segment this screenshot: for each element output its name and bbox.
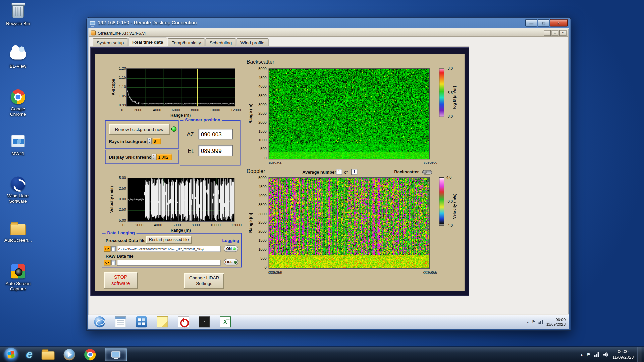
- tab-real-time-data[interactable]: Real time data: [128, 37, 167, 46]
- remote-notes-icon[interactable]: [157, 316, 168, 327]
- remote-network-icon[interactable]: [538, 320, 543, 324]
- remote-power-icon[interactable]: [178, 316, 189, 327]
- spin-up-icon[interactable]: ▲: [152, 154, 156, 157]
- remote-flag-icon[interactable]: ⚑: [532, 319, 536, 325]
- axis-tick: 3000: [258, 212, 267, 216]
- minimize-button[interactable]: —: [525, 19, 537, 27]
- taskbar-clock[interactable]: 06:00 11/09/2023: [612, 349, 634, 360]
- axis-tick: 500: [260, 147, 266, 151]
- tab-system-setup[interactable]: System setup: [93, 38, 128, 46]
- rdp-titlebar[interactable]: 192.168.0.150 - Remote Desktop Connectio…: [87, 18, 570, 28]
- backscatter-display-toggle[interactable]: [422, 170, 432, 174]
- maximize-button[interactable]: □: [538, 19, 550, 27]
- remote-desktop-icon: [111, 351, 120, 357]
- stop-software-button[interactable]: STOPsoftware: [104, 272, 138, 289]
- app-maximize-button[interactable]: □: [551, 30, 558, 36]
- desktop-icon-bl-view[interactable]: BL-View: [0, 46, 36, 69]
- renew-background-button[interactable]: Renew background now: [109, 124, 169, 135]
- desktop-icon-autoscreen[interactable]: AutoScreen...: [0, 220, 36, 243]
- raw-logging-toggle[interactable]: OFF: [224, 259, 238, 266]
- desktop-icon-recycle-bin[interactable]: Recycle Bin: [0, 3, 36, 26]
- close-button[interactable]: ×: [550, 19, 568, 27]
- axis-tick: 10000: [210, 223, 221, 227]
- rdp-taskbar-button[interactable]: [105, 348, 127, 361]
- internet-explorer-icon[interactable]: e: [26, 349, 32, 360]
- tab-temp-humidity[interactable]: Temp/humidity: [168, 38, 205, 46]
- desktop-icon-auto-screen-capture[interactable]: Auto Screen Capture: [0, 263, 36, 292]
- folder-icon: [10, 220, 26, 236]
- scanner-position-group: Scanner position AZ 090.003 EL 089.999: [180, 120, 240, 166]
- show-desktop-button[interactable]: [637, 347, 641, 362]
- bl-view-icon: [10, 46, 26, 62]
- tab-wind-profile[interactable]: Wind profile: [236, 38, 269, 46]
- remote-cmd-icon[interactable]: C:\: [199, 316, 210, 327]
- ascope-canvas[interactable]: [127, 69, 235, 106]
- desktop-icon-google-chrome[interactable]: Google Chrome: [0, 88, 36, 117]
- speaker-icon[interactable]: [603, 352, 609, 357]
- el-value-field[interactable]: 089.999: [198, 145, 233, 156]
- velocity-x-axis-label: Range (m): [128, 228, 234, 232]
- rays-value-field[interactable]: 8: [152, 138, 161, 144]
- ascope-plot[interactable]: [126, 68, 235, 106]
- tray-expand-icon[interactable]: ▴: [581, 352, 583, 357]
- app-close-button[interactable]: ×: [559, 30, 567, 36]
- explorer-folder-icon[interactable]: [42, 351, 55, 360]
- snr-spinner[interactable]: ▲ ▼: [152, 154, 156, 160]
- app-titlebar[interactable]: StreamLine XR v14-6.vi — □ ×: [89, 29, 568, 37]
- tab-scheduling[interactable]: Scheduling: [205, 38, 236, 46]
- raw-path-field[interactable]: [117, 260, 221, 266]
- app-minimize-button[interactable]: —: [544, 30, 551, 36]
- processed-path-field[interactable]: C:\Lidar\Data\Proc\2023\202309\20230911\…: [117, 246, 221, 252]
- vi-frame: A-scope 1.201.151.101.050.99 02000400060…: [90, 47, 469, 296]
- axis-tick: -2.50: [118, 208, 126, 212]
- axis-tick: 2000: [258, 120, 267, 124]
- desktop-icon-wind-lidar[interactable]: Wind Lidar Software: [0, 176, 36, 204]
- desktop-icon-mw41[interactable]: MW41: [0, 133, 36, 156]
- backscatter-section-title: Backscatter: [247, 59, 274, 65]
- axis-tick: 4000: [258, 194, 267, 198]
- wind-lidar-icon: [10, 176, 26, 192]
- processed-logging-toggle[interactable]: ON: [224, 245, 238, 252]
- raw-drive-selector[interactable]: C▼: [104, 260, 111, 265]
- action-center-flag-icon[interactable]: ⚑: [586, 352, 591, 357]
- on-led-icon: [233, 247, 236, 250]
- change-lidar-settings-button[interactable]: Change LiDARSettings: [184, 273, 224, 289]
- processed-drive-selector[interactable]: C▼: [104, 246, 111, 251]
- axis-tick: 2000: [134, 108, 142, 112]
- remote-browser-icon[interactable]: [94, 316, 105, 327]
- network-icon[interactable]: [594, 352, 600, 357]
- snr-value-field[interactable]: 1.002: [157, 154, 172, 160]
- average-total-field[interactable]: 1: [351, 169, 357, 175]
- backscatter-toggle-label: Backscatter: [394, 169, 419, 174]
- desktop-icon-label: MW41: [11, 150, 24, 156]
- backscatter-heatmap: [269, 68, 430, 159]
- az-value-field[interactable]: 090.003: [198, 129, 233, 139]
- velocity-canvas: [128, 178, 234, 221]
- velocity-plot: [128, 178, 234, 222]
- spin-up-icon[interactable]: ▲: [148, 138, 151, 141]
- media-player-icon[interactable]: [64, 349, 75, 360]
- remote-clock[interactable]: 06:00 11/09/2023: [546, 317, 566, 327]
- axis-tick: 12000: [231, 108, 241, 112]
- axis-tick: 0: [121, 108, 123, 112]
- processed-data-file-label: Processed Data file: [106, 238, 146, 243]
- axis-tick: 4500: [258, 76, 267, 80]
- spin-down-icon[interactable]: ▼: [152, 157, 156, 160]
- chrome-taskbar-icon[interactable]: [84, 349, 96, 360]
- restart-processed-file-button[interactable]: Restart processed file: [146, 236, 192, 244]
- remote-notepad-icon[interactable]: [115, 316, 126, 327]
- start-button[interactable]: [4, 348, 18, 362]
- doppler-colorbar-label: Velocity (m/s): [451, 177, 457, 235]
- logging-label: Logging: [222, 238, 239, 243]
- axis-tick: 0.00: [119, 197, 126, 201]
- rdp-computer-icon: [90, 21, 95, 25]
- ascope-y-ticks: 1.201.151.101.050.99: [115, 66, 126, 107]
- remote-tray-expand-icon[interactable]: ▴: [527, 320, 529, 324]
- desktop-icon-label: AutoScreen...: [4, 238, 32, 243]
- average-number-field[interactable]: 1: [336, 169, 342, 175]
- spin-down-icon[interactable]: ▼: [148, 141, 151, 144]
- axis-tick: 4500: [258, 185, 267, 189]
- remote-app-icon[interactable]: [136, 316, 147, 327]
- rays-spinner[interactable]: ▲ ▼: [147, 138, 151, 144]
- remote-excel-icon[interactable]: X: [220, 316, 231, 327]
